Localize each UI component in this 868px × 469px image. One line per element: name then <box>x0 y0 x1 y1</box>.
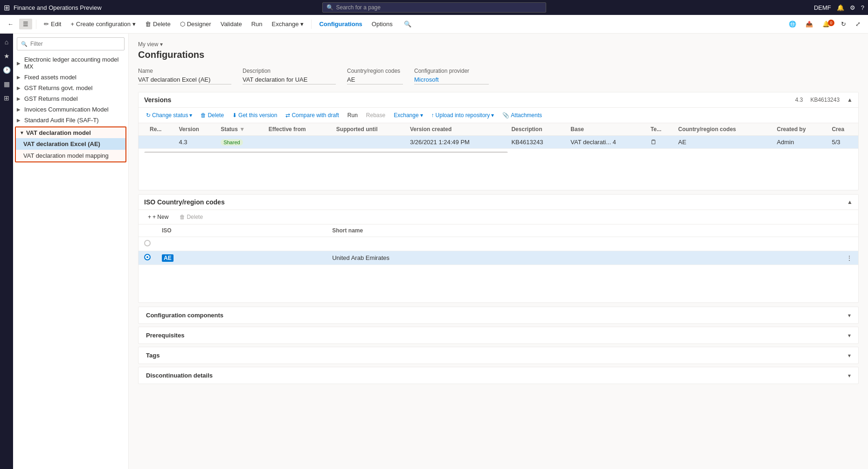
expand-btn[interactable]: ⤢ <box>852 19 864 29</box>
grid-icon[interactable]: ⊞ <box>0 91 13 105</box>
sidebar-item-gst-govt[interactable]: ▶ GST Returns govt. model <box>13 83 128 93</box>
search-bar[interactable]: 🔍 Search for a page <box>322 2 546 13</box>
validate-button[interactable]: Validate <box>217 19 246 29</box>
upload-button[interactable]: ↑ Upload into repository ▾ <box>428 111 498 120</box>
chevron-right-icon: ▶ <box>17 118 22 123</box>
home-icon[interactable]: ⌂ <box>0 35 13 49</box>
chevron-down-icon-exchange: ▾ <box>300 21 304 28</box>
sidebar-item-vat-model[interactable]: ▼ VAT declaration model <box>16 127 125 138</box>
notifications-btn[interactable]: 🔔0 <box>819 19 835 29</box>
get-version-button[interactable]: ⬇ Get this version <box>229 111 281 120</box>
col-base[interactable]: Base <box>567 123 647 136</box>
discontinuation-header[interactable]: Discontinuation details ▾ <box>139 367 858 384</box>
app-grid-icon[interactable]: ⊞ <box>4 3 10 12</box>
sidebar-item-gst-returns[interactable]: ▶ GST Returns model <box>13 93 128 104</box>
search-placeholder: Search for a page <box>336 4 381 11</box>
cell-supported-until <box>333 136 406 149</box>
sidebar-item-label: VAT declaration model <box>26 129 91 136</box>
configurations-tab[interactable]: Configurations <box>315 19 366 29</box>
bell-icon[interactable]: 🔔 <box>837 4 844 11</box>
compare-button[interactable]: ⇄ Compare with draft <box>282 111 342 120</box>
versions-delete-button[interactable]: 🗑 Delete <box>197 111 228 120</box>
prerequisites-header[interactable]: Prerequisites ▾ <box>139 327 858 343</box>
sidebar-item-label: Fixed assets model <box>24 74 125 81</box>
col-status[interactable]: Status ▼ <box>217 123 265 136</box>
iso-delete-button[interactable]: 🗑 Delete <box>176 213 207 221</box>
collapse-versions-icon[interactable]: ▲ <box>847 97 853 103</box>
chevron-right-icon: ▶ <box>17 107 22 112</box>
col-version[interactable]: Version <box>175 123 217 136</box>
change-status-button[interactable]: ↻ Change status ▾ <box>142 111 196 120</box>
col-description[interactable]: Description <box>507 123 567 136</box>
radio-selected[interactable] <box>144 254 151 260</box>
chevron-down-icon: ▾ <box>491 112 494 119</box>
cell-base: VAT declarati... 4 <box>567 136 647 149</box>
col-iso[interactable]: ISO <box>156 224 326 237</box>
search-toolbar-button[interactable]: 🔍 <box>400 19 415 29</box>
cell-row-menu[interactable]: ⋮ <box>840 251 858 265</box>
rebase-button[interactable]: Rebase <box>362 111 389 120</box>
col-supported-until[interactable]: Supported until <box>333 123 406 136</box>
delete-button[interactable]: 🗑 Delete <box>141 19 174 29</box>
col-effective-from[interactable]: Effective from <box>265 123 333 136</box>
delete-icon: 🗑 <box>180 214 185 220</box>
upload-icon-btn[interactable]: 📤 <box>802 19 817 29</box>
col-te[interactable]: Te... <box>647 123 674 136</box>
help-icon[interactable]: ? <box>861 4 864 11</box>
star-icon[interactable]: ★ <box>0 49 13 63</box>
discontinuation-title: Discontinuation details <box>146 372 213 379</box>
col-re[interactable]: Re... <box>146 123 175 136</box>
config-components-header[interactable]: Configuration components ▾ <box>139 307 858 323</box>
col-country-region[interactable]: Country/region codes <box>674 123 773 136</box>
country-label: Country/region codes <box>347 68 403 74</box>
chevron-down-icon: ▾ <box>848 372 851 379</box>
sidebar-item-vat-excel[interactable]: VAT declaration Excel (AE) <box>16 138 125 150</box>
edit-button[interactable]: ✏ Edit <box>40 19 65 29</box>
globe-icon-btn[interactable]: 🌐 <box>785 19 800 29</box>
sidebar-filter-container[interactable]: 🔍 <box>17 37 125 50</box>
left-nav-icons: ⌂ ★ 🕐 ▦ ⊞ <box>0 34 13 469</box>
sidebar-item-saf[interactable]: ▶ Standard Audit File (SAF-T) <box>13 115 128 126</box>
options-tab[interactable]: Options <box>368 19 396 29</box>
sidebar-item-vat-mapping[interactable]: VAT declaration model mapping <box>16 150 125 161</box>
sidebar-filter-input[interactable] <box>30 41 120 47</box>
attachments-button[interactable]: 📎 Attachments <box>499 111 546 120</box>
iso-table-row[interactable]: AE United Arab Emirates ⋮ <box>139 251 858 265</box>
plus-icon: + <box>148 214 151 220</box>
col-short-name[interactable]: Short name <box>326 224 840 237</box>
download-icon: ⬇ <box>232 112 237 119</box>
table-row[interactable]: 4.3 Shared 3/26/2021 1:24:49 PM KB461324… <box>139 136 858 149</box>
col-crea[interactable]: Crea <box>828 123 858 136</box>
designer-button[interactable]: ⬡ Designer <box>176 19 215 29</box>
iso-section-header[interactable]: ISO Country/region codes ▲ <box>139 195 858 210</box>
col-version-created[interactable]: Version created <box>406 123 507 136</box>
settings-icon[interactable]: ⚙ <box>850 4 855 11</box>
breadcrumb[interactable]: My view ▾ <box>138 41 859 48</box>
run-button[interactable]: Run <box>248 19 266 29</box>
horizontal-scrollbar[interactable] <box>139 149 858 153</box>
designer-icon: ⬡ <box>180 21 185 28</box>
recent-icon[interactable]: 🕐 <box>0 63 13 77</box>
back-button[interactable]: ← <box>4 19 17 29</box>
versions-section-header[interactable]: Versions 4.3 KB4613243 ▲ <box>139 92 858 108</box>
create-config-button[interactable]: + Create configuration ▾ <box>67 19 139 29</box>
provider-value[interactable]: Microsoft <box>414 76 489 84</box>
exchange-version-button[interactable]: Exchange ▾ <box>390 111 426 120</box>
iso-new-button[interactable]: + + New <box>144 213 172 221</box>
collapse-iso-icon[interactable]: ▲ <box>847 199 853 205</box>
exchange-button[interactable]: Exchange ▾ <box>268 19 308 29</box>
radio-unselected[interactable] <box>144 240 151 246</box>
sidebar-item-fixed-assets[interactable]: ▶ Fixed assets model <box>13 72 128 83</box>
col-created-by[interactable]: Created by <box>773 123 828 136</box>
sidebar-item-electronic-ledger[interactable]: ▶ Electronic ledger accounting model MX <box>13 54 128 72</box>
refresh-btn[interactable]: ↻ <box>837 19 850 29</box>
top-bar-right: DEMF 🔔 ⚙ ? <box>814 4 864 11</box>
cell-version-created: 3/26/2021 1:24:49 PM <box>406 136 507 149</box>
sidebar-item-invoices[interactable]: ▶ Invoices Communication Model <box>13 104 128 115</box>
tags-header[interactable]: Tags ▾ <box>139 347 858 364</box>
run-version-button[interactable]: Run <box>344 111 361 120</box>
modules-icon[interactable]: ▦ <box>0 77 13 91</box>
chevron-breadcrumb-icon: ▾ <box>160 41 163 48</box>
versions-section: Versions 4.3 KB4613243 ▲ ↻ Change status… <box>138 92 859 190</box>
menu-button[interactable]: ☰ <box>19 19 32 29</box>
